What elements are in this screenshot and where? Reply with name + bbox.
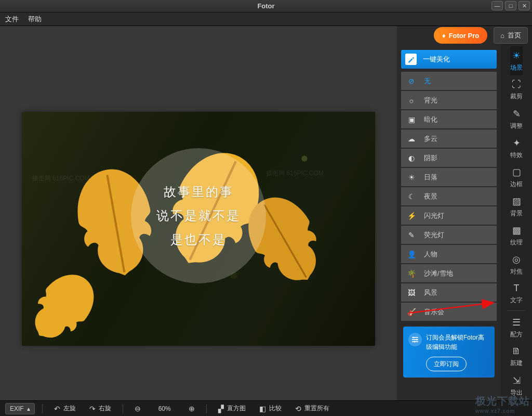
preset-label: 多云 [424, 134, 437, 144]
rotate-left-button[interactable]: ↶左旋 [50, 402, 80, 414]
menu-file[interactable]: 文件 [5, 15, 19, 24]
preset-icon: ✎ [406, 230, 417, 240]
fotor-pro-button[interactable]: ♦ Fotor Pro [434, 27, 487, 44]
reset-icon: ⟲ [295, 405, 301, 413]
bottom-toolbar: EXIF ▴ ↶左旋 ↷右旋 ⊖ 60% ⊕ ▞直方图 ◧比较 ⟲重置所有 [0, 400, 532, 416]
tool-icon: ◎ [512, 254, 521, 265]
rotate-right-icon: ↷ [89, 405, 96, 413]
preset-label: 日落 [424, 173, 437, 182]
home-button[interactable]: ⌂ 首页 [494, 27, 528, 44]
tool-icon: ☰ [512, 317, 521, 328]
tool-边框[interactable]: ▢边框 [510, 163, 523, 192]
svg-point-0 [413, 337, 415, 339]
preset-label: 音乐会 [424, 307, 444, 317]
tool-icon: ✦ [513, 137, 521, 149]
preset-item-6[interactable]: ☾夜景 [401, 187, 497, 206]
preset-icon: ☁ [406, 134, 417, 144]
compare-label: 比较 [269, 404, 282, 413]
histogram-icon: ▞ [218, 405, 224, 413]
tool-icon: 🗎 [512, 346, 521, 357]
svg-point-2 [414, 341, 416, 343]
tool-label: 特效 [510, 151, 523, 160]
rotate-right-button[interactable]: ↷右旋 [85, 402, 115, 414]
tool-特效[interactable]: ✦特效 [510, 134, 523, 163]
compare-button[interactable]: ◧比较 [255, 402, 286, 414]
preset-item-1[interactable]: ☼背光 [401, 91, 497, 110]
text-overlay-circle[interactable]: 故事里的事 说不是就不是 是也不是 [131, 148, 266, 283]
preset-label: 风景 [424, 288, 437, 297]
tool-文字[interactable]: T文字 [510, 279, 523, 308]
preset-label: 人物 [424, 250, 437, 259]
window-controls: — □ ✕ [491, 1, 530, 10]
tool-场景[interactable]: ☀场景 [510, 46, 523, 75]
tool-新建[interactable]: 🗎新建 [510, 342, 523, 371]
rotate-right-label: 右旋 [99, 404, 111, 413]
preset-item-8[interactable]: ✎荧光灯 [401, 226, 497, 244]
tool-背景[interactable]: ▨背景 [510, 192, 523, 221]
tool-裁剪[interactable]: ⛶裁剪 [510, 75, 523, 105]
preset-icon: 👤 [406, 249, 417, 259]
exif-button[interactable]: EXIF ▴ [5, 403, 35, 414]
histogram-label: 直方图 [227, 404, 246, 413]
preset-item-5[interactable]: ☀日落 [401, 168, 497, 187]
rotate-left-icon: ↶ [54, 405, 60, 413]
preset-item-9[interactable]: 👤人物 [401, 245, 497, 264]
compare-icon: ◧ [259, 405, 266, 413]
overlay-text-line: 说不是就不是 [156, 207, 241, 224]
zoom-percentage[interactable]: 60% [158, 405, 171, 412]
tool-label: 导出 [510, 388, 523, 397]
zoom-in-icon: ⊕ [189, 405, 195, 413]
canvas-image[interactable]: 摄图网 616PIC.COM 摄图网 616PIC.COM 故事里的事 说不是就… [22, 112, 375, 346]
close-button[interactable]: ✕ [518, 1, 530, 10]
pro-label: Fotor Pro [449, 32, 480, 40]
tool-调整[interactable]: ✎调整 [510, 105, 523, 134]
svg-point-1 [416, 339, 418, 341]
tool-icon: ☀ [512, 50, 521, 61]
tool-label: 配方 [510, 330, 523, 339]
preset-item-0[interactable]: ⊘无 [401, 72, 497, 90]
canvas-area[interactable]: 摄图网 616PIC.COM 摄图网 616PIC.COM 故事里的事 说不是就… [0, 26, 397, 400]
preset-label: 荧光灯 [424, 230, 444, 240]
caret-up-icon: ▴ [27, 405, 30, 412]
tool-icon: ▩ [512, 225, 521, 236]
preset-item-2[interactable]: ▣暗化 [401, 110, 497, 129]
menu-help[interactable]: 帮助 [28, 15, 42, 24]
zoom-in-button[interactable]: ⊕ [184, 403, 199, 414]
tool-icon: ⛶ [512, 79, 521, 90]
app-title: Fotor [257, 2, 274, 10]
diamond-icon: ♦ [442, 32, 446, 40]
preset-header-label: 一键美化 [423, 55, 450, 64]
tool-icon: ✎ [513, 108, 521, 120]
maximize-button[interactable]: □ [505, 1, 516, 10]
preset-item-7[interactable]: ⚡闪光灯 [401, 206, 497, 225]
tool-strip: ☀场景⛶裁剪✎调整✦特效▢边框▨背景▩纹理◎对焦T文字 ☰配方🗎新建⇲导出 [501, 26, 532, 400]
reset-button[interactable]: ⟲重置所有 [291, 402, 334, 414]
zoom-out-button[interactable]: ⊖ [130, 403, 145, 414]
subscription-promo[interactable]: 订阅会员解锁Fotor高级编辑功能 立即订阅 [403, 327, 495, 378]
tool-对焦[interactable]: ◎对焦 [510, 250, 523, 279]
preset-icon: 🌴 [406, 268, 417, 279]
preset-icon: ☀ [406, 172, 417, 183]
subscribe-button[interactable]: 立即订阅 [426, 357, 467, 371]
preset-header-auto-enhance[interactable]: 一键美化 [401, 50, 497, 69]
preset-list: ⊘无☼背光▣暗化☁多云◐阴影☀日落☾夜景⚡闪光灯✎荧光灯👤人物🌴沙滩/雪地🖼风景… [399, 72, 499, 321]
image-watermark: 摄图网 616PIC.COM [32, 174, 90, 183]
tool-导出[interactable]: ⇲导出 [510, 371, 523, 400]
tool-纹理[interactable]: ▩纹理 [510, 221, 523, 250]
preset-icon: ▣ [406, 114, 417, 125]
tool-配方[interactable]: ☰配方 [510, 313, 523, 342]
home-label: 首页 [508, 31, 521, 40]
tool-icon: ▨ [512, 196, 521, 207]
preset-item-11[interactable]: 🖼风景 [401, 283, 497, 302]
preset-icon: ◐ [406, 153, 417, 163]
preset-item-10[interactable]: 🌴沙滩/雪地 [401, 264, 497, 283]
histogram-button[interactable]: ▞直方图 [214, 402, 250, 414]
rotate-left-label: 左旋 [63, 404, 76, 413]
preset-label: 夜景 [424, 192, 437, 201]
preset-item-12[interactable]: 🎸音乐会 [401, 303, 497, 321]
preset-item-3[interactable]: ☁多云 [401, 129, 497, 148]
minimize-button[interactable]: — [491, 1, 503, 10]
preset-item-4[interactable]: ◐阴影 [401, 149, 497, 167]
tool-icon: T [514, 283, 520, 294]
tool-label: 纹理 [510, 238, 523, 247]
